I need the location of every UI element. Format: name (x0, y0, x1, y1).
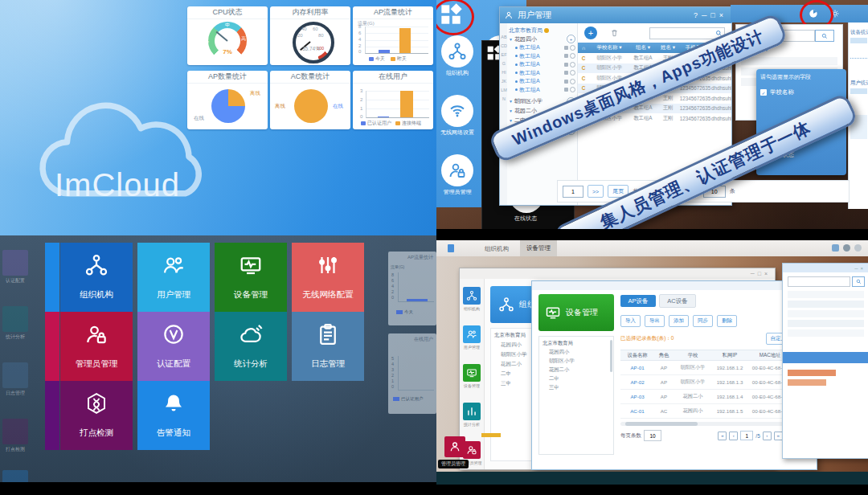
edit-icon[interactable] (564, 71, 568, 75)
settings-toolbar-icon[interactable] (843, 244, 850, 252)
page-input[interactable] (563, 186, 583, 198)
window-titlebar[interactable]: ─□× (532, 281, 817, 290)
tree-child[interactable]: 教工组A (509, 69, 575, 78)
search-button[interactable] (852, 276, 865, 287)
tile-log-management[interactable]: 日志管理 (292, 312, 364, 381)
tab-device-management[interactable]: 设备管理 (520, 240, 557, 256)
minimize-button[interactable]: ─ (751, 271, 758, 276)
add-button[interactable]: 添加 (669, 315, 689, 327)
next-page-button[interactable]: › (763, 432, 772, 440)
col-role[interactable]: 角色 (654, 352, 674, 359)
col-group[interactable]: 组名 ▾ (629, 44, 657, 51)
search-input[interactable] (649, 27, 725, 39)
delete-icon[interactable] (570, 79, 575, 84)
delete-icon[interactable] (570, 45, 575, 51)
tree-scrollbar[interactable] (610, 340, 612, 372)
search-input[interactable] (788, 276, 850, 287)
edit-icon[interactable] (564, 63, 568, 67)
tab-organization[interactable]: 组织机构 (485, 245, 509, 253)
delete-icon[interactable] (570, 62, 575, 68)
app-icon-wifi[interactable] (441, 95, 473, 127)
tree-item[interactable]: 朝阳区小学 (542, 358, 610, 366)
edit-icon[interactable] (564, 46, 568, 50)
tree-item[interactable]: 北京市教育局 (542, 340, 610, 349)
col-ip[interactable]: 私网IP (712, 352, 747, 359)
edit-icon[interactable] (564, 88, 568, 92)
tree-root[interactable]: 北京市教育局 (509, 26, 575, 35)
delete-users-icon[interactable] (610, 28, 619, 38)
tree-child[interactable]: 教工组A (509, 60, 575, 69)
delete-icon[interactable] (570, 70, 575, 76)
tile-statistics[interactable]: 统计分析 (215, 312, 287, 381)
window-titlebar[interactable]: ─□× (460, 268, 775, 279)
tile-alarm-notice[interactable]: 告警通知 (137, 381, 210, 450)
tile-probe-detection[interactable]: 打点检测 (60, 381, 133, 450)
tile-wireless-config[interactable]: 无线网络配置 (292, 243, 364, 312)
close-button[interactable]: × (860, 266, 866, 271)
scrollbar-thumb[interactable] (625, 422, 698, 426)
import-button[interactable]: 导入 (620, 315, 641, 327)
col-school[interactable]: 学校名称 ▾ (589, 44, 629, 51)
tile-user-management[interactable]: 用户管理 (137, 243, 210, 312)
sidebar-item-stats[interactable] (463, 403, 481, 420)
tree-item[interactable]: 二中 (542, 375, 610, 384)
tree-child[interactable]: 教工组A (509, 86, 575, 95)
tree-item[interactable]: 三中 (542, 384, 610, 393)
tab-ap-devices[interactable]: AP设备 (620, 295, 656, 307)
next-pages-button[interactable]: >> (588, 185, 604, 198)
export-button[interactable]: 导出 (645, 315, 665, 327)
power-toolbar-icon[interactable] (854, 244, 862, 252)
sidebar-item-admin[interactable] (463, 441, 481, 459)
tab-ac-devices[interactable]: AC设备 (659, 294, 696, 308)
tree-item[interactable]: 花园四小 (542, 349, 610, 358)
app-icon-org[interactable] (441, 35, 473, 68)
sync-button[interactable]: 同步 (693, 315, 713, 327)
tree-child[interactable]: 教工组A (509, 43, 575, 52)
help-button[interactable]: ? (694, 11, 702, 19)
minimize-button[interactable]: ─ (702, 11, 710, 19)
close-button[interactable]: × (719, 11, 727, 19)
query-button[interactable] (815, 30, 834, 42)
edit-icon[interactable] (564, 80, 568, 84)
tree-group[interactable]: ▼花园四小+ (509, 35, 575, 43)
select-all-checkbox[interactable]: ∩ (578, 45, 589, 51)
window-titlebar[interactable]: ─× (783, 264, 868, 272)
close-button[interactable]: × (764, 271, 771, 276)
field-checkbox-row[interactable]: ✓学校名称 (760, 88, 842, 96)
tree-item[interactable]: 花园二小 (542, 366, 610, 375)
first-page-button[interactable]: « (718, 432, 727, 440)
tile-organization[interactable]: 组织机构 (60, 243, 133, 312)
window-controls[interactable]: ?─□× (694, 11, 727, 19)
maximize-button[interactable]: □ (758, 271, 764, 276)
sidebar-item-org[interactable] (463, 287, 481, 305)
alphabet-index[interactable]: ABCDEFGHIJKLMN (500, 23, 507, 205)
add-user-button[interactable]: + (584, 27, 597, 39)
desktop-icon-admin[interactable] (444, 436, 465, 457)
horizontal-scrollbar[interactable] (620, 422, 797, 426)
tile-auth-config[interactable]: 认证配置 (137, 312, 210, 381)
chart-toolbar-icon[interactable] (832, 244, 839, 252)
device-module-card[interactable]: 设备管理 (538, 294, 614, 331)
add-group-button[interactable]: + (567, 35, 575, 43)
tree-child[interactable]: 教工组A (509, 77, 575, 86)
maximize-button[interactable]: □ (710, 11, 719, 19)
page-input[interactable] (740, 431, 753, 440)
checkbox-checked[interactable]: ✓ (760, 89, 767, 96)
sidebar-item-users[interactable] (463, 325, 481, 343)
sidebar-item-devices[interactable] (463, 364, 481, 382)
edit-icon[interactable] (564, 54, 568, 58)
prev-page-button[interactable]: ‹ (729, 432, 738, 440)
col-name[interactable]: 姓名 ▾ (657, 44, 679, 51)
tile-device-management[interactable]: 设备管理 (215, 243, 287, 312)
taskbar[interactable] (436, 472, 868, 485)
delete-icon[interactable] (570, 53, 575, 59)
delete-icon[interactable] (570, 87, 575, 92)
app-icon-admin[interactable] (441, 154, 473, 186)
window-titlebar[interactable]: 用户管理 ?─□× (500, 7, 731, 23)
tree-child[interactable]: 教工组A (509, 52, 575, 61)
col-device-name[interactable]: 设备名称 (620, 352, 654, 359)
per-page-input[interactable] (644, 430, 661, 441)
delete-button[interactable]: 删除 (717, 315, 737, 327)
col-school[interactable]: 学校 (674, 352, 712, 359)
tile-admin-management[interactable]: 管理员管理 (60, 312, 133, 381)
